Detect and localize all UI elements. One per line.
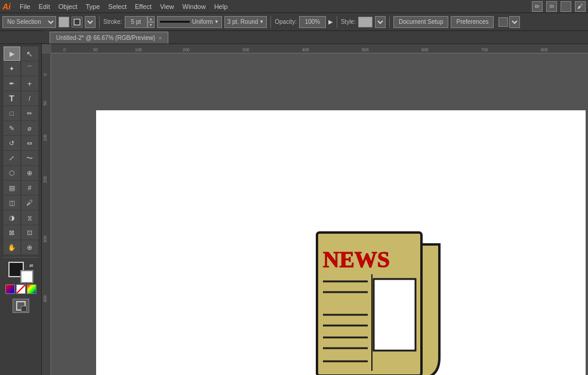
bridge-icon[interactable]: Br <box>532 1 543 12</box>
stroke-up-arrow[interactable]: ▲ <box>147 16 155 22</box>
shape-builder-tool[interactable]: ◑ <box>4 210 20 225</box>
workspace-dropdown[interactable]: ▼ <box>509 16 520 28</box>
select-tool[interactable]: ▶ <box>4 47 20 61</box>
rect-tool[interactable]: □ <box>4 106 20 120</box>
app-logo: Ai <box>2 2 11 11</box>
swap-icon[interactable]: ⇄ <box>29 263 33 268</box>
menu-window[interactable]: Window <box>178 2 210 11</box>
mesh-tool[interactable]: # <box>21 181 38 195</box>
menu-object[interactable]: Object <box>54 2 82 11</box>
workspace-btn[interactable] <box>498 17 508 27</box>
svg-rect-27 <box>374 279 415 351</box>
stock-icon[interactable]: St <box>546 1 557 12</box>
selection-dropdown[interactable]: No Selection <box>2 16 56 28</box>
stroke-stepper[interactable]: ▲ ▼ <box>125 16 155 28</box>
tool-row-5: □ ✏ <box>1 106 40 120</box>
artboard-nav <box>1 299 40 313</box>
stroke-down-arrow[interactable]: ▼ <box>147 22 155 28</box>
stroke-value-input[interactable] <box>125 16 147 28</box>
lasso-tool[interactable]: ⌒ <box>21 61 38 76</box>
menu-edit[interactable]: Edit <box>35 2 54 11</box>
line-tool[interactable]: / <box>21 91 38 106</box>
news-icon[interactable]: NEWS <box>308 227 463 375</box>
menu-bar: Ai File Edit Object Type Select Effect V… <box>0 0 588 13</box>
add-anchor-tool[interactable]: + <box>21 76 38 91</box>
document-setup-button[interactable]: Document Setup <box>393 16 449 28</box>
cap-style-arrow: ▼ <box>259 19 264 24</box>
fill-stroke-swatches: ⇄ <box>8 262 33 283</box>
tab-scroll-left[interactable] <box>45 30 50 44</box>
tool-row-9: ⬡ ⊕ <box>1 166 40 180</box>
tab-close-button[interactable]: × <box>159 35 162 41</box>
paintbrush-tool[interactable]: ✏ <box>21 106 38 120</box>
brush-icon[interactable]: 🖌 <box>575 1 586 12</box>
opacity-input[interactable] <box>299 16 326 28</box>
svg-text:0: 0 <box>43 73 47 76</box>
warp-tool[interactable]: 〜 <box>21 151 38 165</box>
workspace-controls: ▼ <box>498 16 520 28</box>
tool-row-12: ◑ ⧖ <box>1 210 40 225</box>
rotate-tool[interactable]: ↺ <box>4 136 20 150</box>
divider-3 <box>337 16 337 28</box>
pen-tool[interactable]: ✒ <box>4 76 20 91</box>
cap-style-selector[interactable]: 3 pt. Round ▼ <box>224 16 267 28</box>
type-tool[interactable]: T <box>4 91 20 106</box>
stroke-style-arrow: ▼ <box>214 19 219 24</box>
tab-bar: Untitled-2* @ 66.67% (RGB/Preview) × <box>0 31 588 44</box>
column-graph-tool[interactable]: ▤ <box>4 181 20 195</box>
style-color-box[interactable] <box>358 17 372 27</box>
gradient-tool[interactable]: ◫ <box>4 196 20 210</box>
zoom-tool[interactable]: ⊕ <box>21 240 38 255</box>
canvas-area[interactable]: 0 50 100 200 300 400 500 600 700 800 0 <box>42 44 588 375</box>
menu-help[interactable]: Help <box>210 2 232 11</box>
eyedropper-tool[interactable]: 🖋 <box>21 196 38 210</box>
workspace-icon[interactable] <box>561 1 571 12</box>
gradient-mode-btn[interactable] <box>27 284 36 294</box>
tool-separator <box>3 257 39 258</box>
reflect-tool[interactable]: ⇔ <box>21 136 38 150</box>
tool-row-4: T / <box>1 91 40 106</box>
tool-row-2: ✦ ⌒ <box>1 61 40 76</box>
blend-tool[interactable]: ⬡ <box>4 166 20 180</box>
tool-row-1: ▶ ↖ <box>1 47 40 61</box>
pencil-tool[interactable]: ✎ <box>4 121 20 135</box>
color-mode-dropdown[interactable]: ▼ <box>85 16 96 28</box>
magic-wand-tool[interactable]: ✦ <box>4 61 20 76</box>
none-mode-btn[interactable] <box>16 284 26 294</box>
menu-type[interactable]: Type <box>82 2 104 11</box>
live-paint-tool[interactable]: ⧖ <box>21 210 38 225</box>
menu-file[interactable]: File <box>16 2 35 11</box>
menu-select[interactable]: Select <box>104 2 131 11</box>
blob-brush-tool[interactable]: ⌀ <box>21 121 38 135</box>
perspective-select-tool[interactable]: ⊡ <box>21 225 38 240</box>
tool-row-10: ▤ # <box>1 181 40 195</box>
svg-text:200: 200 <box>43 176 47 183</box>
svg-text:300: 300 <box>43 235 47 243</box>
artboard-btn[interactable] <box>13 299 29 313</box>
hand-tool[interactable]: ✋ <box>4 240 20 255</box>
svg-text:600: 600 <box>421 48 429 52</box>
scale-tool[interactable]: ⤢ <box>4 151 20 165</box>
style-dropdown[interactable]: ▼ <box>375 16 386 28</box>
stroke-swatch[interactable] <box>20 270 33 283</box>
svg-text:800: 800 <box>541 48 548 52</box>
menu-effect[interactable]: Effect <box>131 2 156 11</box>
preferences-button[interactable]: Preferences <box>451 16 494 28</box>
color-controls: ⇄ <box>1 259 40 296</box>
symbol-sprayer-tool[interactable]: ⊕ <box>21 166 38 180</box>
canvas-content: NEWS <box>51 54 588 375</box>
svg-text:100: 100 <box>43 134 47 141</box>
svg-text:300: 300 <box>242 48 250 52</box>
color-mode-btn[interactable] <box>5 284 15 294</box>
tool-row-3: ✒ + <box>1 76 40 91</box>
menu-view[interactable]: View <box>156 2 178 11</box>
svg-text:200: 200 <box>183 48 190 52</box>
document-tab[interactable]: Untitled-2* @ 66.67% (RGB/Preview) × <box>50 32 168 44</box>
stroke-style-selector[interactable]: Uniform ▼ <box>157 16 222 28</box>
stroke-style-label: Uniform <box>192 18 213 25</box>
stroke-color-box[interactable] <box>72 17 82 27</box>
opacity-arrow[interactable]: ▶ <box>328 18 333 25</box>
direct-select-tool[interactable]: ↖ <box>21 47 38 61</box>
perspective-grid-tool[interactable]: ⊠ <box>4 225 20 240</box>
fill-color-box[interactable] <box>59 17 69 27</box>
